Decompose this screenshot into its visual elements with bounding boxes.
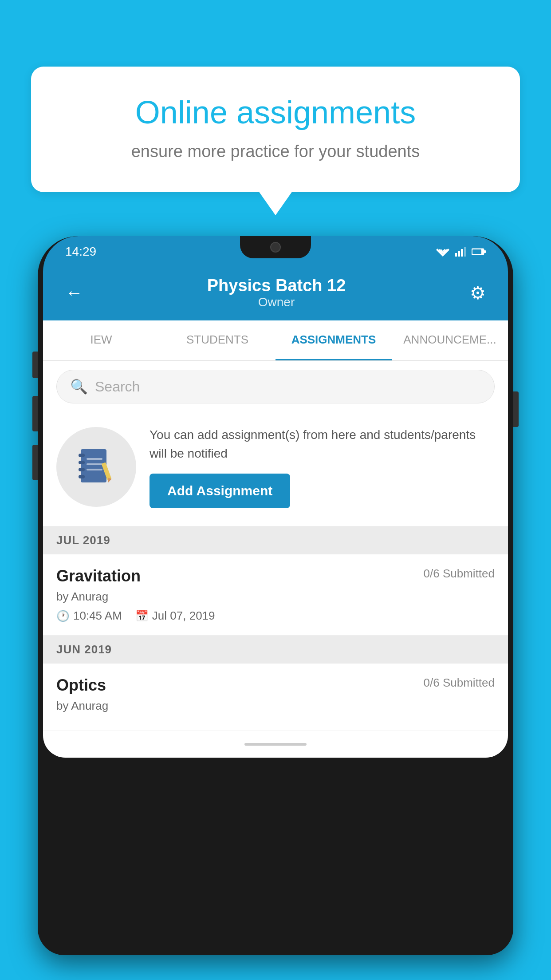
svg-rect-11 [79, 454, 85, 457]
clock-icon: 🕐 [56, 610, 70, 622]
tabs-bar: IEW STUDENTS ASSIGNMENTS ANNOUNCEME... [43, 320, 508, 361]
phone-screen: 14:29 [43, 236, 508, 944]
back-button[interactable]: ← [65, 283, 83, 303]
svg-rect-6 [464, 247, 466, 257]
search-icon: 🔍 [70, 378, 88, 395]
bubble-subtitle: ensure more practice for your students [62, 142, 489, 161]
section-header-jun: JUN 2019 [43, 636, 508, 664]
svg-rect-12 [79, 461, 85, 464]
assignment-time: 10:45 AM [73, 609, 122, 623]
assignment-item-gravitation[interactable]: Gravitation 0/6 Submitted by Anurag 🕐 10… [43, 554, 508, 636]
status-time: 14:29 [65, 245, 96, 259]
assignment-top-row: Gravitation 0/6 Submitted [56, 567, 495, 585]
promo-description: You can add assignment(s) from here and … [150, 426, 495, 463]
speech-bubble-container: Online assignments ensure more practice … [31, 67, 520, 192]
phone-side-button-right [513, 391, 519, 427]
assignment-submitted: 0/6 Submitted [424, 567, 495, 581]
search-container: 🔍 Search [43, 361, 508, 412]
phone-content: 🔍 Search [43, 361, 508, 731]
svg-rect-5 [461, 249, 463, 257]
svg-rect-13 [79, 468, 85, 471]
assignment-top-row-optics: Optics 0/6 Submitted [56, 676, 495, 695]
notebook-icon [74, 445, 118, 489]
svg-rect-8 [484, 250, 486, 253]
speech-bubble: Online assignments ensure more practice … [31, 67, 520, 192]
assignment-author-optics: by Anurag [56, 699, 495, 713]
home-indicator [244, 743, 307, 746]
promo-content: You can add assignment(s) from here and … [150, 426, 495, 508]
search-bar[interactable]: 🔍 Search [56, 370, 495, 403]
header-title-area: Physics Batch 12 Owner [207, 276, 346, 309]
promo-card: You can add assignment(s) from here and … [43, 412, 508, 526]
app-header: ← Physics Batch 12 Owner ⚙ [43, 267, 508, 320]
camera-dot [270, 242, 281, 253]
phone-side-button-left-1 [32, 352, 38, 378]
assignment-meta: 🕐 10:45 AM 📅 Jul 07, 2019 [56, 609, 495, 623]
phone-side-button-left-3 [32, 445, 38, 480]
wifi-icon [436, 247, 449, 257]
batch-title: Physics Batch 12 [207, 276, 346, 295]
search-placeholder: Search [95, 379, 140, 395]
assignment-name: Gravitation [56, 567, 141, 585]
assignment-submitted-optics: 0/6 Submitted [424, 676, 495, 690]
promo-icon-circle [56, 427, 136, 507]
bubble-title: Online assignments [62, 93, 489, 131]
tab-iew[interactable]: IEW [43, 320, 159, 360]
svg-rect-16 [87, 463, 102, 465]
assignment-name-optics: Optics [56, 676, 106, 695]
settings-icon[interactable]: ⚙ [470, 283, 486, 303]
svg-rect-17 [87, 469, 102, 470]
svg-rect-9 [472, 249, 481, 254]
svg-rect-14 [79, 475, 85, 478]
status-bar: 14:29 [43, 236, 508, 267]
meta-time: 🕐 10:45 AM [56, 609, 122, 623]
phone-bottom-bar [43, 731, 508, 758]
assignment-date: Jul 07, 2019 [152, 609, 215, 623]
section-header-jul: JUL 2019 [43, 526, 508, 554]
phone-notch [240, 236, 311, 258]
status-icons [436, 247, 486, 257]
tab-assignments[interactable]: ASSIGNMENTS [276, 320, 392, 360]
phone-outer: 14:29 [38, 236, 513, 955]
signal-icon [455, 247, 466, 257]
meta-date: 📅 Jul 07, 2019 [135, 609, 215, 623]
svg-rect-15 [87, 458, 102, 460]
assignment-author: by Anurag [56, 590, 495, 604]
svg-rect-3 [455, 253, 457, 257]
battery-icon [472, 248, 486, 256]
tab-students[interactable]: STUDENTS [159, 320, 276, 360]
phone-container: 14:29 [38, 231, 513, 980]
calendar-icon: 📅 [135, 610, 149, 622]
add-assignment-button[interactable]: Add Assignment [150, 474, 290, 508]
phone-side-button-left-2 [32, 396, 38, 431]
owner-label: Owner [207, 295, 346, 309]
assignment-item-optics[interactable]: Optics 0/6 Submitted by Anurag [43, 664, 508, 731]
tab-announcements[interactable]: ANNOUNCEME... [392, 320, 508, 360]
svg-rect-4 [458, 251, 460, 257]
